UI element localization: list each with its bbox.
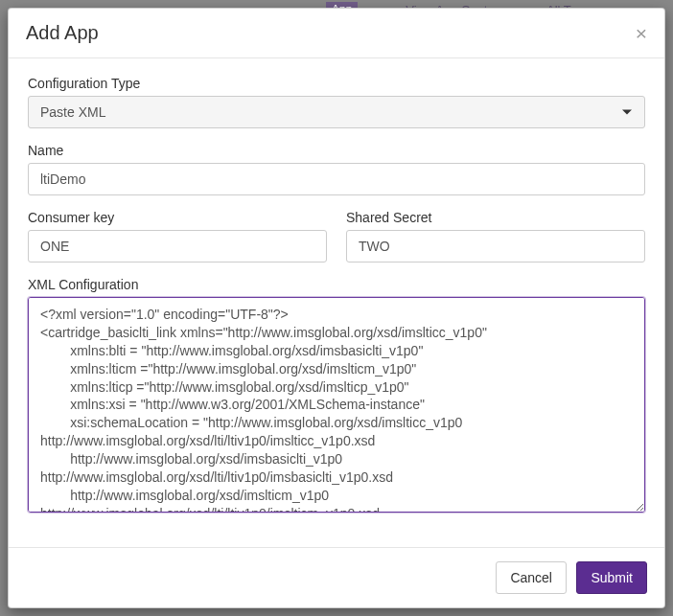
shared-secret-label: Shared Secret [346, 210, 645, 225]
shared-secret-input[interactable] [346, 230, 645, 262]
cancel-button[interactable]: Cancel [496, 561, 567, 594]
close-icon: × [636, 22, 647, 44]
modal-footer: Cancel Submit [9, 547, 664, 607]
name-input[interactable] [28, 163, 645, 195]
modal-body: Configuration Type Paste XML Name Consum… [9, 58, 664, 547]
name-label: Name [28, 143, 645, 158]
name-group: Name [28, 143, 645, 195]
config-type-group: Configuration Type Paste XML [28, 76, 645, 128]
xml-config-label: XML Configuration [28, 277, 645, 292]
modal-title: Add App [26, 22, 99, 44]
close-button[interactable]: × [636, 23, 647, 43]
config-type-label: Configuration Type [28, 76, 645, 91]
chevron-down-icon [622, 110, 632, 115]
consumer-key-input[interactable] [28, 230, 327, 262]
submit-button[interactable]: Submit [576, 561, 647, 594]
modal-header: Add App × [9, 9, 664, 58]
key-secret-row: Consumer key Shared Secret [28, 210, 645, 277]
shared-secret-group: Shared Secret [346, 210, 645, 262]
config-type-select[interactable]: Paste XML [28, 96, 645, 128]
consumer-key-label: Consumer key [28, 210, 327, 225]
xml-config-group: XML Configuration [28, 277, 645, 513]
config-type-value: Paste XML [28, 96, 645, 128]
xml-config-textarea[interactable] [28, 297, 645, 513]
add-app-modal: Add App × Configuration Type Paste XML N… [8, 8, 665, 608]
consumer-key-group: Consumer key [28, 210, 327, 262]
